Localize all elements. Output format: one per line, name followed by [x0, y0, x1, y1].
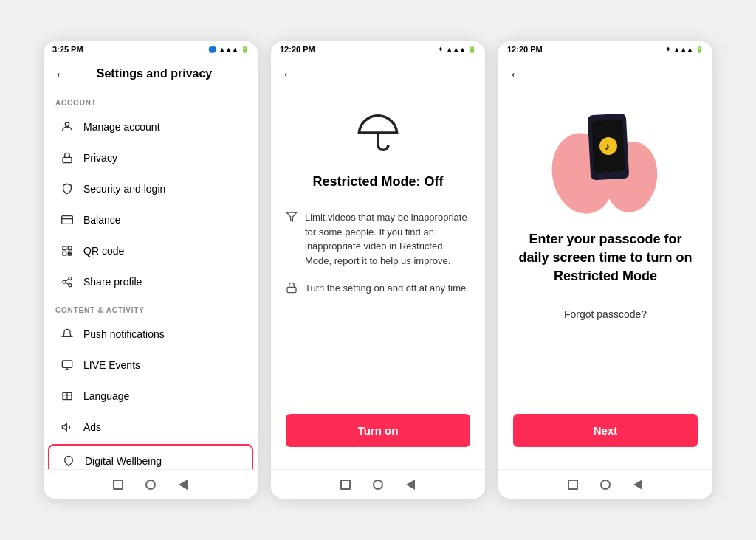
sidebar-item-qr-code[interactable]: QR code — [48, 235, 253, 266]
nav-square-btn-2[interactable] — [340, 479, 351, 491]
wifi-icon: ▲▲▲ — [219, 46, 238, 53]
svg-line-14 — [66, 283, 69, 285]
nav-circle-btn-2[interactable] — [372, 479, 384, 491]
svg-line-15 — [66, 279, 69, 281]
qrcode-icon — [60, 243, 75, 258]
security-label: Security and login — [83, 183, 165, 195]
sidebar-item-live-events[interactable]: LIVE Events — [48, 350, 253, 381]
live-events-label: LIVE Events — [83, 359, 140, 371]
nav-triangle-btn-1[interactable] — [177, 479, 189, 491]
feature-item-toggle: Turn the setting on and off at any time — [286, 281, 470, 297]
back-button-3[interactable]: ← — [509, 66, 523, 83]
svg-rect-8 — [70, 254, 72, 255]
qr-code-label: QR code — [83, 245, 124, 257]
nav-square-btn-3[interactable] — [567, 479, 579, 491]
wifi-icon-2: ▲▲▲ — [446, 46, 466, 53]
hand-phone-illustration: ♪ — [546, 100, 664, 214]
triangle-icon-1 — [179, 480, 188, 490]
time-1: 3:25 PM — [52, 45, 83, 54]
sidebar-item-balance[interactable]: Balance — [48, 204, 253, 235]
nav-header-1: ← Settings and privacy — [44, 58, 258, 90]
forgot-passcode-link[interactable]: Forgot passcode? — [564, 308, 647, 320]
triangle-icon-3 — [633, 480, 642, 490]
settings-list: ACCOUNT Manage account Privacy Security … — [44, 90, 258, 469]
bell-icon — [60, 327, 75, 342]
svg-marker-24 — [286, 212, 296, 221]
share-profile-label: Share profile — [83, 276, 142, 288]
nav-triangle-btn-3[interactable] — [632, 479, 644, 491]
battery-icon-2: 🔋 — [468, 46, 476, 53]
circle-icon-3 — [600, 480, 611, 490]
passcode-content: ♪ Enter your passcode for daily screen t… — [498, 90, 712, 469]
svg-point-11 — [69, 277, 72, 280]
battery-icon-3: 🔋 — [695, 46, 704, 53]
feature-item-limit: Limit videos that may be inappropriate f… — [286, 210, 470, 268]
ads-label: Ads — [83, 421, 101, 433]
sidebar-item-digital-wellbeing[interactable]: Digital Wellbeing — [48, 444, 253, 469]
svg-point-0 — [65, 122, 69, 126]
sidebar-item-ads[interactable]: Ads — [48, 412, 253, 443]
back-button-2[interactable]: ← — [281, 66, 296, 83]
feature-limit-text: Limit videos that may be inappropriate f… — [305, 210, 470, 268]
circle-icon-2 — [373, 480, 383, 490]
square-icon-1 — [113, 480, 123, 490]
sidebar-item-security[interactable]: Security and login — [48, 173, 253, 204]
live-icon — [60, 358, 75, 373]
screen3-frame: 12:20 PM ✦ ▲▲▲ 🔋 ← — [498, 41, 712, 499]
svg-marker-22 — [62, 423, 66, 430]
status-icons-2: ✦ ▲▲▲ 🔋 — [438, 46, 476, 53]
svg-point-13 — [69, 284, 72, 287]
circle-icon-1 — [145, 480, 156, 490]
sidebar-item-manage-account[interactable]: Manage account — [48, 111, 253, 142]
svg-text:♪: ♪ — [605, 140, 610, 152]
sidebar-item-share-profile[interactable]: Share profile — [48, 266, 253, 297]
back-button-1[interactable]: ← — [54, 66, 69, 83]
svg-rect-16 — [62, 361, 72, 367]
sidebar-item-privacy[interactable]: Privacy — [48, 142, 253, 173]
creditcard-icon — [60, 212, 75, 227]
svg-rect-9 — [68, 254, 69, 255]
svg-rect-7 — [68, 252, 69, 253]
svg-rect-5 — [68, 246, 72, 250]
nav-circle-btn-1[interactable] — [145, 479, 157, 491]
restricted-title: Restricted Mode: Off — [312, 174, 443, 190]
turn-on-button[interactable]: Turn on — [286, 414, 470, 447]
wifi-icon-3: ▲▲▲ — [673, 46, 693, 53]
triangle-icon-2 — [406, 480, 415, 490]
status-bar-1: 3:25 PM 🔵 ▲▲▲ 🔋 — [44, 41, 258, 58]
restricted-mode-content: Restricted Mode: Off Limit videos that m… — [271, 90, 485, 469]
ads-icon — [60, 420, 75, 435]
push-notifications-label: Push notifications — [83, 328, 165, 340]
screenshots-container: 3:25 PM 🔵 ▲▲▲ 🔋 ← Settings and privacy A… — [29, 19, 727, 521]
lock-icon-2 — [286, 282, 298, 297]
sidebar-item-language[interactable]: Language — [48, 381, 253, 412]
page-title-1: Settings and privacy — [76, 67, 233, 80]
status-icons-3: ✦ ▲▲▲ 🔋 — [665, 46, 704, 53]
balance-label: Balance — [83, 214, 121, 226]
nav-square-btn-1[interactable] — [112, 479, 124, 491]
bottom-nav-3 — [498, 469, 712, 499]
digital-wellbeing-label: Digital Wellbeing — [85, 455, 162, 467]
nav-triangle-btn-2[interactable] — [405, 479, 416, 491]
square-icon-2 — [340, 480, 351, 490]
next-button[interactable]: Next — [513, 414, 698, 447]
language-label: Language — [83, 390, 129, 402]
filter-icon — [286, 211, 298, 226]
manage-account-label: Manage account — [83, 121, 160, 133]
nav-header-2: ← — [271, 58, 485, 90]
svg-rect-1 — [63, 157, 72, 162]
passcode-illustration: ♪ — [546, 97, 664, 215]
bottom-nav-1 — [44, 469, 258, 499]
nav-circle-btn-3[interactable] — [599, 479, 611, 491]
person-icon — [60, 120, 75, 134]
svg-rect-25 — [287, 287, 296, 292]
shield-icon — [60, 181, 75, 196]
section-content-activity: CONTENT & ACTIVITY — [44, 297, 258, 319]
time-3: 12:20 PM — [507, 45, 543, 54]
sidebar-item-push-notifications[interactable]: Push notifications — [48, 319, 253, 350]
battery-icon: 🔋 — [241, 46, 249, 53]
screen1-frame: 3:25 PM 🔵 ▲▲▲ 🔋 ← Settings and privacy A… — [44, 41, 258, 499]
status-bar-2: 12:20 PM ✦ ▲▲▲ 🔋 — [271, 41, 485, 58]
bluetooth-icon: 🔵 — [208, 46, 216, 53]
svg-rect-4 — [63, 246, 66, 250]
